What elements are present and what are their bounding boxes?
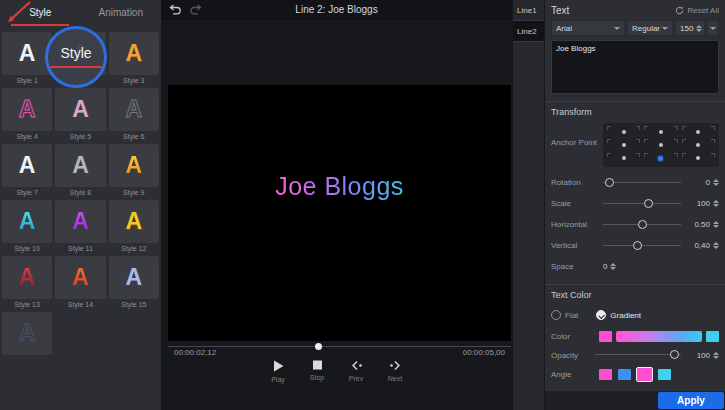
style-item[interactable]: AStyle 6 bbox=[109, 88, 159, 141]
transport-controls: Play Stop Prev Next bbox=[161, 360, 512, 383]
opacity-value-box[interactable]: 100 bbox=[685, 351, 719, 360]
gradient-start-swatch[interactable] bbox=[599, 331, 612, 342]
font-family-value: Arial bbox=[556, 24, 572, 33]
style-letter: A bbox=[19, 266, 36, 289]
anchor-cell[interactable] bbox=[605, 125, 642, 138]
next-button[interactable]: Next bbox=[382, 360, 408, 383]
rotation-slider[interactable] bbox=[603, 177, 681, 189]
anchor-cell[interactable] bbox=[680, 152, 717, 165]
angle-swatch-selected[interactable] bbox=[637, 368, 652, 381]
style-item[interactable]: AStyle 14 bbox=[55, 256, 105, 309]
gradient-radio[interactable]: Gradient bbox=[596, 310, 641, 320]
anchor-cell[interactable] bbox=[642, 125, 679, 138]
style-item[interactable]: AStyle 13 bbox=[2, 256, 52, 309]
undo-icon[interactable] bbox=[169, 4, 182, 15]
anchor-cell[interactable] bbox=[605, 152, 642, 165]
vertical-value-box[interactable]: 0,40 bbox=[685, 241, 719, 250]
font-family-select[interactable]: Arial bbox=[551, 20, 625, 36]
font-size-dropdown[interactable] bbox=[707, 20, 719, 36]
spinner-icon[interactable] bbox=[610, 263, 616, 270]
flat-radio[interactable]: Flat bbox=[551, 310, 578, 320]
line-item-1[interactable]: Line1 bbox=[513, 0, 544, 21]
style-label: Style 5 bbox=[55, 132, 105, 141]
horizontal-label: Horizontal bbox=[551, 220, 603, 229]
anchor-cell-selected[interactable] bbox=[642, 152, 679, 165]
anchor-point-grid[interactable] bbox=[603, 123, 719, 167]
spinner-icon[interactable] bbox=[696, 25, 702, 32]
style-item[interactable]: AStyle 11 bbox=[55, 200, 105, 253]
font-size-stepper[interactable]: 150 bbox=[675, 20, 705, 36]
canvas-text[interactable]: Joe Bloggs bbox=[275, 172, 404, 201]
scale-slider[interactable] bbox=[603, 198, 681, 210]
horizontal-value-box[interactable]: 0.50 bbox=[685, 220, 719, 229]
opacity-slider[interactable] bbox=[595, 349, 681, 361]
anchor-cell[interactable] bbox=[680, 138, 717, 151]
space-value-box[interactable]: 0 bbox=[603, 262, 637, 271]
playhead-handle[interactable] bbox=[315, 343, 322, 350]
style-item[interactable]: AStyle 8 bbox=[55, 144, 105, 197]
anchor-point-label: Anchor Point bbox=[551, 123, 603, 167]
style-letter: A bbox=[72, 266, 89, 289]
style-item[interactable]: AStyle 7 bbox=[2, 144, 52, 197]
text-properties-panel: Text Reset All Arial Regular 150 Joe Blo… bbox=[545, 0, 725, 410]
apply-button[interactable]: Apply bbox=[658, 392, 724, 409]
spinner-icon[interactable] bbox=[713, 242, 719, 249]
play-label: Play bbox=[271, 376, 285, 383]
prev-button[interactable]: Prev bbox=[343, 360, 369, 383]
style-letter: A bbox=[126, 42, 143, 65]
anchor-cell[interactable] bbox=[680, 125, 717, 138]
preview-header: Line 2: Joe Bloggs bbox=[161, 0, 512, 19]
stop-button[interactable]: Stop bbox=[304, 360, 330, 383]
horizontal-value: 0.50 bbox=[694, 220, 710, 229]
annotation-callout-circle: Style bbox=[45, 26, 107, 88]
horizontal-slider[interactable] bbox=[603, 219, 681, 231]
gradient-end-swatch[interactable] bbox=[706, 331, 719, 342]
style-label: Style 7 bbox=[2, 188, 52, 197]
flat-label: Flat bbox=[565, 311, 578, 320]
vertical-slider[interactable] bbox=[603, 240, 681, 252]
style-letter: A bbox=[19, 42, 36, 65]
radio-icon bbox=[551, 310, 561, 320]
annotation-callout-label: Style bbox=[60, 45, 91, 61]
preview-canvas: Joe Bloggs bbox=[168, 85, 511, 341]
style-item[interactable]: AStyle 10 bbox=[2, 200, 52, 253]
gradient-preview-bar[interactable] bbox=[616, 331, 702, 342]
reset-all-label: Reset All bbox=[687, 6, 719, 15]
anchor-cell[interactable] bbox=[642, 138, 679, 151]
style-item[interactable]: AStyle 15 bbox=[109, 256, 159, 309]
angle-swatch[interactable] bbox=[618, 369, 631, 380]
style-label: Style 6 bbox=[109, 132, 159, 141]
spinner-icon[interactable] bbox=[713, 221, 719, 228]
vertical-label: Vertical bbox=[551, 241, 603, 250]
spinner-icon[interactable] bbox=[713, 200, 719, 207]
scale-value-box[interactable]: 100 bbox=[685, 199, 719, 208]
timeline[interactable]: 00:00:02,12 00:00:05,00 bbox=[168, 341, 511, 357]
preview-panel: Line 2: Joe Bloggs Joe Bloggs 00:00:02,1… bbox=[161, 0, 512, 410]
spinner-icon[interactable] bbox=[713, 179, 719, 186]
style-label: Style 4 bbox=[2, 132, 52, 141]
style-label: Style 12 bbox=[109, 244, 159, 253]
anchor-cell[interactable] bbox=[605, 138, 642, 151]
rotation-value-box[interactable]: 0 bbox=[685, 178, 719, 187]
spinner-icon[interactable] bbox=[713, 352, 719, 359]
style-item[interactable]: AStyle 3 bbox=[109, 32, 159, 85]
angle-swatch[interactable] bbox=[658, 369, 671, 380]
text-color-section-title: Text Color bbox=[545, 290, 725, 300]
style-item[interactable]: AStyle 12 bbox=[109, 200, 159, 253]
tab-animation[interactable]: Animation bbox=[81, 7, 162, 18]
redo-icon[interactable] bbox=[189, 4, 202, 15]
play-button[interactable]: Play bbox=[265, 360, 291, 383]
font-style-select[interactable]: Regular bbox=[627, 20, 673, 36]
text-content-input[interactable]: Joe Bloggs bbox=[551, 40, 719, 94]
opacity-label: Opacity bbox=[551, 351, 595, 360]
chevron-down-icon bbox=[662, 27, 668, 30]
reset-all-button[interactable]: Reset All bbox=[675, 6, 719, 15]
style-item[interactable]: A bbox=[2, 312, 52, 365]
style-item[interactable]: AStyle 9 bbox=[109, 144, 159, 197]
style-item[interactable]: AStyle 4 bbox=[2, 88, 52, 141]
style-letter: A bbox=[126, 154, 143, 177]
style-item[interactable]: AStyle 5 bbox=[55, 88, 105, 141]
angle-swatch[interactable] bbox=[599, 369, 612, 380]
reset-icon bbox=[675, 6, 684, 15]
line-item-2[interactable]: Line2 bbox=[513, 21, 544, 42]
